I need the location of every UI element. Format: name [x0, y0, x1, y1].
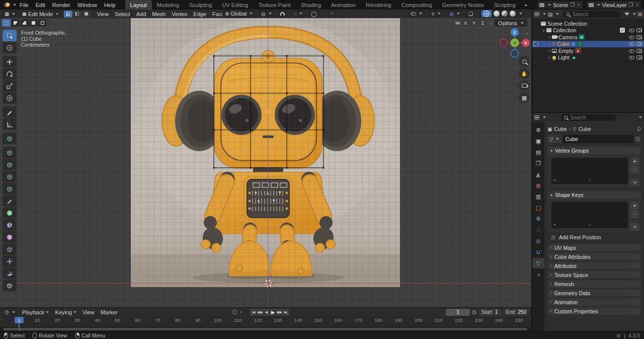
workspace-tab-geometry-nodes[interactable]: Geometry Nodes — [437, 0, 489, 10]
properties-tab-tool[interactable]: ⚙ — [532, 125, 544, 135]
viewport-canvas[interactable] — [0, 18, 531, 307]
outliner-editor-icon[interactable] — [534, 12, 539, 16]
timeline-menu-keying[interactable]: Keying — [52, 309, 79, 315]
scene-selector[interactable]: Scene ❐ ✕ — [537, 1, 582, 9]
shading-arrow-icon[interactable] — [519, 13, 522, 15]
panel-grip-icon[interactable]: ∷∷ — [631, 309, 638, 314]
jump-to-start-button[interactable]: |◀ — [250, 309, 257, 316]
gizmos-dropdown[interactable]: ✛ — [428, 10, 443, 17]
workspace-tab-animation[interactable]: Animation — [326, 0, 361, 10]
outliner-row-collection[interactable]: vCollection✓ — [532, 27, 644, 34]
tool-shear[interactable] — [3, 267, 17, 279]
viewport-menu-select[interactable]: Select — [112, 11, 133, 17]
breadcrumb-object[interactable]: Cube — [554, 126, 567, 132]
panel-grip-icon[interactable]: ∷∷ — [631, 291, 638, 296]
vertex-select-button[interactable] — [64, 11, 72, 18]
menu-file[interactable]: File — [16, 0, 32, 10]
panel-grip-icon[interactable]: ∷∷ — [631, 282, 638, 287]
next-keyframe-button[interactable]: ◆▶ — [276, 309, 283, 316]
list-resize-icon[interactable]: ▸ — [554, 222, 556, 227]
edit-cube-wireframe[interactable] — [131, 18, 400, 287]
properties-options-arrow-icon[interactable] — [639, 116, 642, 118]
workspace-tab-layout[interactable]: Layout — [125, 0, 152, 10]
timeline-menu-playback[interactable]: Playback — [19, 309, 52, 315]
panel-color-attributes[interactable]: ›Color Attributes∷∷ — [547, 253, 641, 260]
current-frame-field[interactable]: 1 — [446, 309, 470, 316]
timeline-ruler[interactable]: 1 › ‹ 1020304050607080901001101201301401… — [0, 316, 531, 327]
remove-shape-key-button[interactable]: − — [630, 211, 639, 218]
disable-render-toggle[interactable] — [636, 49, 642, 53]
shape-keys-panel-header[interactable]: ▾ Shape Keys ∷∷ — [547, 191, 641, 199]
playhead[interactable]: 1 — [15, 317, 24, 323]
panel-animation[interactable]: ›Animation∷∷ — [547, 298, 641, 306]
pan-button[interactable]: ✋ — [519, 68, 530, 79]
tool-rotate[interactable] — [3, 68, 17, 80]
snap-toggle[interactable] — [278, 10, 287, 17]
remove-view-layer-icon[interactable]: ✕ — [635, 3, 639, 8]
properties-tab-world[interactable]: ◍ — [532, 180, 544, 191]
disable-render-toggle[interactable] — [636, 35, 642, 39]
view-layer-selector[interactable]: ViewLayer ❐ ✕ — [587, 1, 641, 9]
zoom-button[interactable] — [519, 56, 530, 67]
start-frame-field[interactable]: Start1 — [478, 309, 501, 316]
panel-geometry-data[interactable]: ›Geometry Data∷∷ — [547, 289, 641, 297]
mode-dropdown[interactable]: ▣ Edit Mode — [19, 11, 61, 18]
menu-edit[interactable]: Edit — [32, 0, 49, 10]
mirror-z-button[interactable]: Z — [479, 20, 487, 27]
workspace-tab-rendering[interactable]: Rendering — [361, 0, 396, 10]
viewport-menu-vertex[interactable]: Vertex — [169, 11, 190, 17]
expand-arrow-icon[interactable]: > — [546, 55, 552, 60]
properties-tab-constraints[interactable]: ⊔ — [532, 247, 544, 257]
tool-measure[interactable] — [3, 118, 17, 130]
select-mode-set-button[interactable] — [2, 19, 11, 27]
viewport-menu-mesh[interactable]: Mesh — [149, 11, 169, 17]
workspace-tab-uv-editing[interactable]: UV Editing — [217, 0, 253, 10]
mesh-datablock-dropdown[interactable]: ▽ — [547, 135, 561, 143]
ruler-left-arrow-icon[interactable]: › — [1, 316, 2, 321]
new-view-layer-icon[interactable]: ❐ — [628, 2, 633, 8]
remove-vertex-group-button[interactable]: − — [630, 166, 639, 174]
properties-editor-icon[interactable] — [534, 115, 539, 119]
panel-grip-icon[interactable]: ∷∷ — [631, 245, 638, 250]
timeline-editor-button[interactable]: ◷ — [2, 309, 18, 316]
xray-toggle[interactable]: ❏ — [466, 10, 475, 17]
display-mode-arrow-icon[interactable] — [556, 13, 559, 15]
list-grip-icon[interactable]: ≡ — [588, 178, 591, 183]
properties-tab-particles[interactable]: ∴ — [532, 225, 544, 235]
properties-search[interactable] — [561, 114, 616, 121]
camera-view-button[interactable] — [519, 80, 530, 91]
panel-grip-icon[interactable]: ∷∷ — [631, 148, 638, 153]
viewport-menu-edge[interactable]: Edge — [190, 11, 209, 17]
toggle-perspective-button[interactable]: ▦ — [519, 92, 530, 103]
disable-render-toggle[interactable] — [636, 28, 642, 32]
tool-edge-slide[interactable] — [3, 243, 17, 255]
disable-render-toggle[interactable] — [636, 55, 642, 59]
mirror-y-button[interactable]: Y — [470, 20, 478, 27]
shading-wireframe-button[interactable] — [481, 10, 492, 17]
panel-texture-space[interactable]: ›Texture Space∷∷ — [547, 271, 641, 279]
workspace-tab-modeling[interactable]: Modeling — [152, 0, 185, 10]
viewport-3d[interactable]: ▦ ▣ Edit Mode ViewSelectAddMeshVertexEdg… — [0, 10, 531, 307]
new-scene-icon[interactable]: ❐ — [570, 2, 575, 8]
disable-render-toggle[interactable] — [636, 42, 642, 46]
panel-grip-icon[interactable]: ∷∷ — [631, 192, 638, 197]
tool-spin[interactable] — [3, 219, 17, 231]
workspace-tab-compositing[interactable]: Compositing — [396, 0, 437, 10]
outliner-row-cube[interactable]: >▽Cube⚙▽ — [532, 41, 644, 48]
falloff-icon[interactable]: ◠ — [323, 11, 328, 17]
viewport-menu-view[interactable]: View — [94, 11, 112, 17]
fake-user-shield-icon[interactable] — [635, 136, 641, 143]
tool-extrude-region[interactable] — [3, 147, 17, 158]
properties-editor-arrow-icon[interactable] — [543, 116, 546, 118]
tool-loop-cut[interactable] — [3, 183, 17, 194]
timeline-menu-marker[interactable]: Marker — [98, 309, 121, 315]
panel-grip-icon[interactable]: ∷∷ — [631, 300, 638, 305]
shading-material-button[interactable] — [502, 11, 508, 17]
blender-logo-icon[interactable] — [3, 2, 11, 8]
options-dropdown[interactable]: Options — [495, 19, 527, 27]
sidebar-collapse-arrow[interactable]: ‹ — [526, 31, 528, 36]
outliner-search-input[interactable] — [573, 12, 617, 17]
select-mode-subtract-button[interactable] — [20, 19, 29, 27]
navigation-gizmo[interactable]: Z X -Y — [493, 28, 531, 60]
editor-type-button[interactable]: ▦ — [2, 11, 18, 18]
